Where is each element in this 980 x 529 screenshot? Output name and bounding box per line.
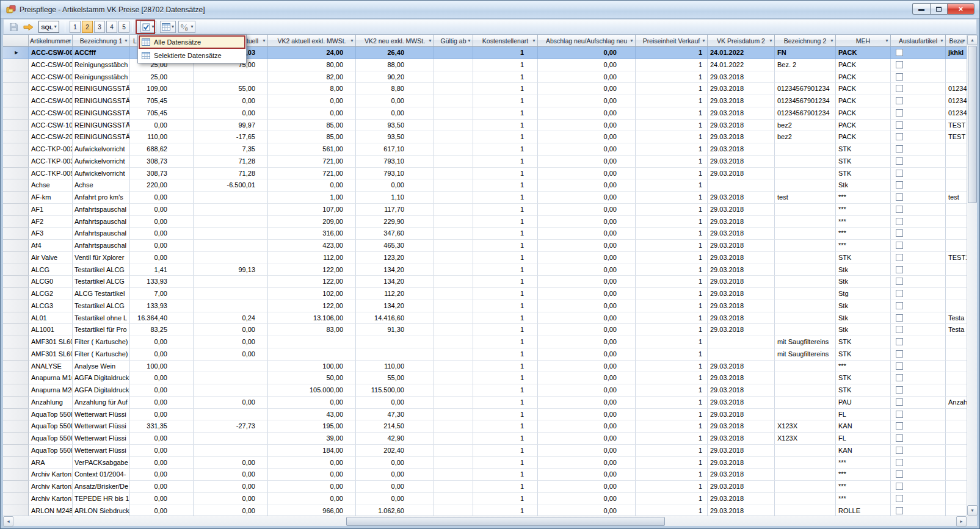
cell-bezeichnung1[interactable]: Anfahrtspauschal <box>73 216 130 228</box>
cell-auslaufartikel[interactable] <box>891 276 946 288</box>
cell-bezeichnung2[interactable]: mit Saugfiltereins <box>775 336 836 348</box>
cell-col3[interactable]: 331,35 <box>130 420 194 433</box>
cell-bezeichnung2[interactable]: FN <box>775 47 836 59</box>
cell-auslaufartikel[interactable] <box>891 95 946 107</box>
cell-gueltig_ab[interactable] <box>434 372 473 384</box>
cell-beze[interactable] <box>946 457 968 469</box>
cell-col4[interactable]: 0,00 <box>194 95 268 107</box>
cell-vk_preisdatum2[interactable] <box>708 348 775 361</box>
cell-auslaufartikel[interactable] <box>891 481 946 493</box>
cell-vk_preisdatum2[interactable]: 29.03.2018 <box>708 107 775 120</box>
cell-abschlag[interactable]: 0,00 <box>538 372 636 384</box>
auslaufartikel-checkbox[interactable] <box>896 121 903 129</box>
cell-beze[interactable] <box>946 228 968 240</box>
cell-vk_preisdatum2[interactable]: 29.03.2018 <box>708 384 775 397</box>
auslaufartikel-checkbox[interactable] <box>896 73 903 81</box>
cell-abschlag[interactable]: 0,00 <box>538 131 636 143</box>
cell-artikelnummer[interactable]: Anzahlung <box>29 397 73 409</box>
auslaufartikel-checkbox[interactable] <box>896 398 903 406</box>
cell-preiseinheit[interactable]: 1 <box>636 240 708 252</box>
cell-bezeichnung1[interactable]: Filter ( Kartusche) <box>73 336 130 348</box>
cell-auslaufartikel[interactable] <box>891 433 946 445</box>
cell-vk2_aktuell[interactable]: 80,00 <box>268 59 356 71</box>
cell-gueltig_ab[interactable] <box>434 228 473 240</box>
scroll-up-button[interactable]: ▲ <box>967 35 978 45</box>
cell-gueltig_ab[interactable] <box>434 95 473 107</box>
cell-kostenstellenart[interactable]: 1 <box>473 445 538 457</box>
cell-col3[interactable]: 688,62 <box>130 143 194 156</box>
cell-gueltig_ab[interactable] <box>434 481 473 493</box>
cell-kostenstellenart[interactable]: 1 <box>473 156 538 168</box>
row-indicator[interactable] <box>3 300 29 312</box>
cell-vk2_aktuell[interactable]: 112,00 <box>268 252 356 264</box>
cell-artikelnummer[interactable]: Archiv Karton3 <box>29 493 73 505</box>
cell-abschlag[interactable]: 0,00 <box>538 361 636 373</box>
cell-meh[interactable]: Stk <box>836 276 891 288</box>
cell-artikelnummer[interactable]: ACC-CSW-001-4 <box>29 107 73 120</box>
cell-bezeichnung2[interactable] <box>775 228 836 240</box>
menu-item-alle-datensaetze[interactable]: Alle Datensätze <box>139 35 245 49</box>
cell-auslaufartikel[interactable] <box>891 493 946 505</box>
cell-auslaufartikel[interactable] <box>891 361 946 373</box>
cell-col4[interactable]: 0,00 <box>194 493 268 505</box>
row-indicator[interactable] <box>3 336 29 348</box>
cell-vk2_neu[interactable]: 347,60 <box>356 228 434 240</box>
cell-col4[interactable] <box>194 228 268 240</box>
auslaufartikel-checkbox[interactable] <box>896 447 903 454</box>
cell-kostenstellenart[interactable]: 1 <box>473 361 538 373</box>
cell-vk2_aktuell[interactable]: 83,00 <box>268 324 356 336</box>
cell-artikelnummer[interactable]: ACC-TKP-005 <box>29 168 73 180</box>
cell-col4[interactable]: 99,97 <box>194 120 268 132</box>
cell-vk2_aktuell[interactable]: 209,00 <box>268 216 356 228</box>
cell-preiseinheit[interactable]: 1 <box>636 216 708 228</box>
cell-bezeichnung2[interactable] <box>775 469 836 481</box>
cell-artikelnummer[interactable]: Af4 <box>29 240 73 252</box>
cell-artikelnummer[interactable]: ACC-CSW-001 <box>29 47 73 59</box>
cell-bezeichnung2[interactable] <box>775 288 836 300</box>
cell-auslaufartikel[interactable] <box>891 420 946 433</box>
cell-vk2_aktuell[interactable]: 561,00 <box>268 143 356 156</box>
cell-meh[interactable]: Stk <box>836 312 891 325</box>
cell-vk2_aktuell[interactable] <box>268 348 356 361</box>
cell-gueltig_ab[interactable] <box>434 240 473 252</box>
table-row[interactable]: AF3Anfahrtspauschal0,00316,00347,6010,00… <box>3 228 968 240</box>
cell-bezeichnung2[interactable] <box>775 361 836 373</box>
cell-vk_preisdatum2[interactable]: 29.03.2018 <box>708 143 775 156</box>
cell-kostenstellenart[interactable]: 1 <box>473 47 538 59</box>
cell-bezeichnung1[interactable]: ACCfff <box>73 47 130 59</box>
cell-artikelnummer[interactable]: AF2 <box>29 216 73 228</box>
cell-abschlag[interactable]: 0,00 <box>538 300 636 312</box>
cell-bezeichnung2[interactable]: 01234567901234 <box>775 107 836 120</box>
cell-col4[interactable]: 0,00 <box>194 336 268 348</box>
cell-col4[interactable]: 0,24 <box>194 312 268 325</box>
cell-meh[interactable]: *** <box>836 216 891 228</box>
table-row[interactable]: Af4Anfahrtspauschal0,00423,00465,3010,00… <box>3 240 968 252</box>
auslaufartikel-checkbox[interactable] <box>896 97 903 104</box>
cell-abschlag[interactable]: 0,00 <box>538 493 636 505</box>
cell-auslaufartikel[interactable] <box>891 372 946 384</box>
cell-vk_preisdatum2[interactable]: 29.03.2018 <box>708 264 775 276</box>
cell-beze[interactable] <box>946 409 968 421</box>
cell-vk_preisdatum2[interactable]: 29.03.2018 <box>708 420 775 433</box>
toolbar-button-1[interactable]: 1 <box>70 21 81 33</box>
cell-vk2_aktuell[interactable]: 100,00 <box>268 361 356 373</box>
cell-kostenstellenart[interactable]: 1 <box>473 457 538 469</box>
cell-bezeichnung2[interactable] <box>775 324 836 336</box>
cell-bezeichnung2[interactable] <box>775 276 836 288</box>
cell-col3[interactable]: 308,73 <box>130 168 194 180</box>
cell-col4[interactable]: 0,00 <box>194 469 268 481</box>
cell-vk2_aktuell[interactable]: 122,00 <box>268 300 356 312</box>
cell-kostenstellenart[interactable]: 1 <box>473 83 538 95</box>
column-header-preiseinheit[interactable]: Preiseinheit Verkauf▼ <box>636 35 708 47</box>
auslaufartikel-checkbox[interactable] <box>896 362 903 370</box>
cell-vk2_neu[interactable]: 112,20 <box>356 288 434 300</box>
cell-beze[interactable] <box>946 288 968 300</box>
cell-artikelnummer[interactable]: ALCG3 <box>29 300 73 312</box>
cell-beze[interactable]: Testa <box>946 324 968 336</box>
cell-vk_preisdatum2[interactable]: 29.03.2018 <box>708 481 775 493</box>
cell-bezeichnung1[interactable]: Aufwickelvorricht <box>73 168 130 180</box>
row-indicator[interactable] <box>3 372 29 384</box>
cell-bezeichnung2[interactable] <box>775 397 836 409</box>
cell-col3[interactable]: 1,41 <box>130 264 194 276</box>
cell-col4[interactable]: -17,65 <box>194 131 268 143</box>
